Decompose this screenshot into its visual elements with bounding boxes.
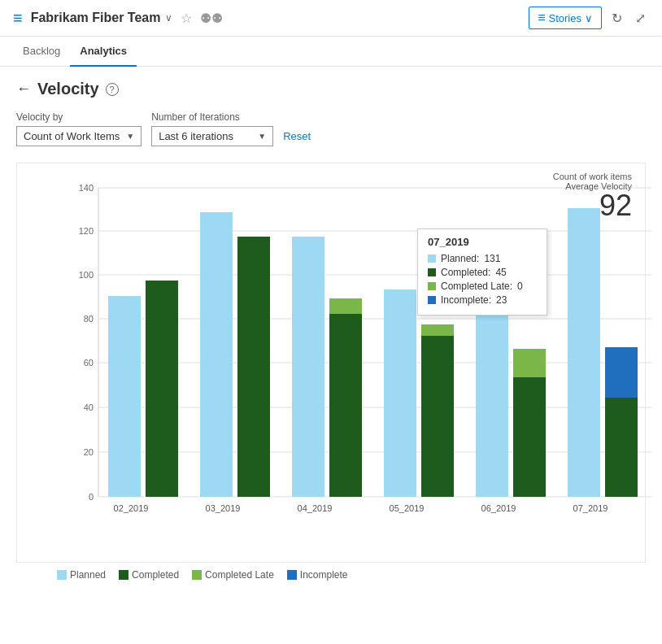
- title-row: ← Velocity ?: [16, 80, 646, 98]
- velocity-items-label: Count of work items: [553, 172, 632, 181]
- tab-backlog[interactable]: Backlog: [13, 37, 70, 67]
- legend-completed: Completed: [119, 569, 179, 581]
- bar-05-completed: [421, 336, 454, 497]
- favorite-icon[interactable]: ☆: [181, 11, 192, 26]
- bar-06-late: [513, 349, 546, 377]
- svg-text:04_2019: 04_2019: [298, 503, 333, 513]
- svg-text:0: 0: [89, 492, 94, 502]
- svg-text:80: 80: [84, 314, 94, 324]
- nav-tabs: Backlog Analytics: [0, 37, 662, 67]
- chart-tooltip: 07_2019 Planned: 131 Completed: 45 Compl…: [417, 228, 547, 315]
- tooltip-incomplete-label: Incomplete:: [441, 294, 491, 306]
- tooltip-planned-swatch: [428, 255, 436, 263]
- app-icon: ≡: [13, 9, 23, 28]
- tooltip-incomplete-swatch: [428, 296, 436, 304]
- legend-completed-late-swatch: [192, 570, 202, 580]
- velocity-by-chevron-icon: ▼: [126, 132, 134, 141]
- team-members-icon[interactable]: ⚉⚉: [200, 11, 223, 26]
- iterations-filter: Number of Iterations Last 6 iterations ▼: [151, 111, 273, 146]
- legend-incomplete-swatch: [287, 570, 297, 580]
- back-button[interactable]: ←: [16, 80, 31, 98]
- bar-02-planned: [108, 296, 141, 497]
- velocity-chart: 0 20 40 60 80 100 120 140 02_2019: [58, 172, 662, 529]
- legend-completed-late-label: Completed Late: [205, 569, 274, 581]
- bar-04-completed: [329, 314, 362, 497]
- expand-button[interactable]: ⤢: [632, 7, 649, 29]
- tooltip-completed-label: Completed:: [441, 267, 490, 278]
- bar-06-completed: [513, 377, 546, 497]
- svg-text:60: 60: [84, 358, 94, 368]
- legend-planned-label: Planned: [70, 569, 106, 581]
- tooltip-completed-late-row: Completed Late: 0: [428, 281, 537, 292]
- bar-07-planned: [568, 208, 600, 497]
- legend-planned-swatch: [57, 570, 67, 580]
- tooltip-completed-late-label: Completed Late:: [441, 281, 512, 292]
- iterations-label: Number of Iterations: [151, 111, 273, 123]
- legend-incomplete: Incomplete: [287, 569, 348, 581]
- tooltip-title: 07_2019: [428, 236, 537, 248]
- average-velocity-value: 92: [599, 189, 632, 222]
- iterations-select[interactable]: Last 6 iterations ▼: [151, 126, 273, 146]
- tooltip-completed-late-swatch: [428, 282, 436, 290]
- tooltip-completed-late-value: 0: [517, 281, 523, 292]
- iterations-value: Last 6 iterations: [159, 130, 233, 142]
- filters-row: Velocity by Count of Work Items ▼ Number…: [16, 111, 646, 146]
- bar-05-planned: [384, 289, 416, 497]
- stories-chevron-icon: ∨: [585, 12, 593, 24]
- svg-text:40: 40: [84, 402, 94, 412]
- tooltip-completed-value: 45: [495, 267, 506, 278]
- tooltip-incomplete-value: 23: [496, 294, 507, 306]
- velocity-by-label: Velocity by: [16, 111, 142, 123]
- team-chevron-icon[interactable]: ∨: [165, 12, 172, 24]
- svg-text:120: 120: [79, 226, 94, 236]
- header: ≡ Fabrikam Fiber Team ∨ ☆ ⚉⚉ ≡ Stories ∨…: [0, 0, 662, 37]
- svg-text:02_2019: 02_2019: [114, 503, 149, 513]
- tooltip-incomplete-row: Incomplete: 23: [428, 294, 537, 306]
- velocity-by-filter: Velocity by Count of Work Items ▼: [16, 111, 142, 146]
- tooltip-completed-swatch: [428, 268, 436, 276]
- chart-container: Count of work items Average Velocity 92 …: [16, 163, 646, 563]
- legend-completed-late: Completed Late: [192, 569, 274, 581]
- legend-completed-label: Completed: [132, 569, 179, 581]
- tooltip-planned-label: Planned:: [441, 253, 479, 264]
- tab-analytics[interactable]: Analytics: [70, 37, 137, 67]
- stories-button[interactable]: ≡ Stories ∨: [529, 7, 602, 29]
- stories-label: Stories: [549, 12, 581, 24]
- page-title: Velocity: [37, 80, 99, 98]
- svg-text:140: 140: [79, 183, 94, 193]
- iterations-chevron-icon: ▼: [258, 132, 266, 141]
- svg-text:06_2019: 06_2019: [481, 503, 516, 513]
- bar-03-completed: [237, 237, 270, 497]
- bar-03-planned: [200, 212, 233, 497]
- bar-07-incomplete: [605, 347, 638, 398]
- tooltip-planned-value: 131: [484, 253, 500, 264]
- chart-legend: Planned Completed Completed Late Incompl…: [16, 563, 646, 581]
- reset-button[interactable]: Reset: [283, 127, 311, 146]
- bar-06-planned: [476, 296, 508, 497]
- bar-07-completed: [605, 398, 638, 497]
- svg-text:07_2019: 07_2019: [573, 503, 608, 513]
- header-actions: ≡ Stories ∨ ↻ ⤢: [529, 7, 649, 29]
- refresh-button[interactable]: ↻: [608, 7, 625, 29]
- legend-planned: Planned: [57, 569, 106, 581]
- tooltip-planned-row: Planned: 131: [428, 253, 537, 264]
- page-content: ← Velocity ? Velocity by Count of Work I…: [0, 67, 662, 594]
- velocity-summary: Count of work items Average Velocity 92: [553, 172, 632, 220]
- bar-05-late: [421, 324, 454, 336]
- bar-04-late: [329, 298, 362, 314]
- svg-text:20: 20: [84, 447, 94, 457]
- legend-incomplete-label: Incomplete: [300, 569, 348, 581]
- tooltip-completed-row: Completed: 45: [428, 267, 537, 278]
- bar-02-completed: [146, 281, 178, 497]
- stories-icon: ≡: [538, 11, 545, 25]
- svg-text:03_2019: 03_2019: [206, 503, 241, 513]
- legend-completed-swatch: [119, 570, 128, 580]
- bar-04-planned: [292, 237, 324, 497]
- svg-text:05_2019: 05_2019: [390, 503, 425, 513]
- team-title: Fabrikam Fiber Team: [31, 11, 161, 25]
- velocity-by-value: Count of Work Items: [24, 130, 120, 142]
- svg-text:100: 100: [79, 270, 94, 280]
- help-icon[interactable]: ?: [106, 83, 119, 96]
- velocity-by-select[interactable]: Count of Work Items ▼: [16, 126, 142, 146]
